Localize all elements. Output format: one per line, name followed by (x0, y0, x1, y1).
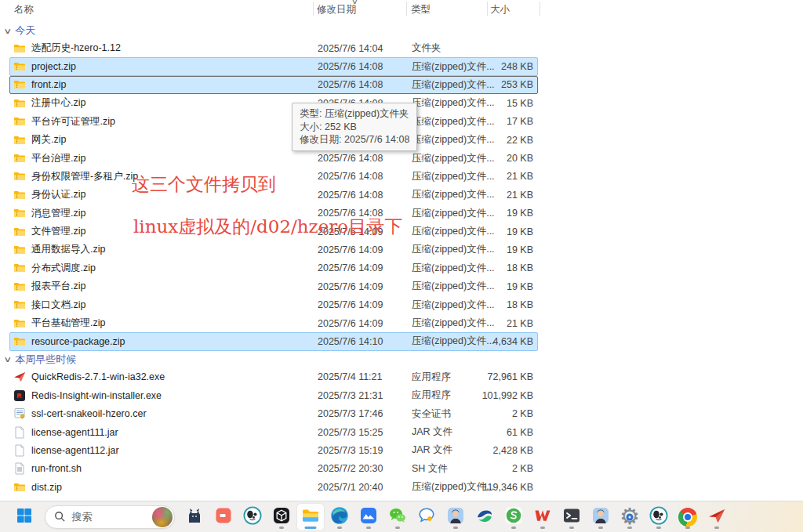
file-name-cell: 报表平台.zip (13, 278, 85, 295)
file-row[interactable]: license-agent111.jar2025/7/3 15:25JAR 文件… (9, 423, 538, 441)
taskbar-button-cat[interactable] (181, 504, 208, 530)
file-name: dist.zip (31, 482, 62, 493)
file-row[interactable]: QuickRedis-2.7.1-win-ia32.exe2025/7/4 11… (9, 368, 538, 386)
taskbar-button-avatar[interactable] (587, 504, 614, 530)
taskbar-button-terminal[interactable] (558, 504, 585, 530)
file-size: 15 KB (507, 95, 533, 111)
file-size: 72,961 KB (488, 369, 533, 385)
taskbar-button-gear[interactable]: ⚙ (616, 504, 643, 530)
zip-icon (13, 335, 26, 348)
file-row[interactable]: ssl-cert-snakeoil-hzero.cer2025/7/3 17:4… (9, 404, 538, 422)
file-row[interactable]: 通用数据导入.zip2025/7/6 14:09压缩(zipped)文件...1… (9, 241, 538, 259)
file-list: 名称 修改日期 类型 大小 ∨ ∨今天选配历史-hzero-1.122025/7… (0, 0, 803, 501)
taskbar-button-chrome[interactable] (674, 504, 701, 530)
sort-direction-icon: ∨ (351, 0, 358, 5)
file-row[interactable]: 平台基础管理.zip2025/7/6 14:09压缩(zipped)文件...2… (9, 314, 538, 332)
taskbar-button-notes[interactable] (210, 504, 237, 530)
file-date: 2025/7/6 14:09 (318, 260, 383, 277)
running-indicator (598, 527, 603, 529)
file-type: 应用程序 (412, 369, 451, 385)
file-row[interactable]: 分布式调度.zip2025/7/6 14:09压缩(zipped)文件...18… (9, 259, 538, 277)
file-date: 2025/7/6 14:08 (318, 168, 383, 185)
column-divider[interactable] (406, 2, 407, 16)
file-group: ∨今天选配历史-hzero-1.122025/7/6 14:04文件夹proje… (0, 22, 803, 351)
file-size: 19 KB (507, 205, 533, 222)
file-row[interactable]: 选配历史-hzero-1.122025/7/6 14:04文件夹 (9, 39, 538, 57)
file-date: 2025/7/6 14:09 (318, 278, 383, 295)
taskbar-button-edge[interactable] (326, 504, 353, 530)
zip-icon (13, 280, 26, 293)
taskbar-button-swoosh[interactable] (471, 504, 498, 530)
file-row[interactable]: Redis-Insight-win-installer.exe2025/7/3 … (9, 386, 538, 404)
explorer-icon (301, 506, 320, 528)
search-input[interactable]: 搜索 (45, 505, 175, 529)
taskbar-button-wecom[interactable] (413, 504, 440, 530)
file-date: 2025/7/3 17:46 (318, 405, 383, 422)
app-redis-icon (13, 389, 26, 402)
tooltip-size-line: 大小: 252 KB (300, 121, 409, 134)
taskbar-button-explorer[interactable] (297, 504, 324, 530)
tooltip-type-line: 类型: 压缩(zipped)文件夹 (300, 107, 409, 121)
file-row[interactable]: 网关.zip2025/7/6 14:08压缩(zipped)文件...22 KB (9, 131, 538, 149)
group-header[interactable]: ∨今天 (5, 22, 803, 39)
file-name-cell: front.zip (13, 77, 66, 93)
taskbar-button-avatar[interactable] (442, 504, 469, 530)
file-name: resource-package.zip (31, 336, 125, 347)
file-name-cell: run-front.sh (13, 461, 82, 477)
taskbar-button-plane[interactable] (703, 504, 730, 530)
file-group: ∨本周早些时候QuickRedis-2.7.1-win-ia32.exe2025… (0, 351, 803, 497)
taskbar-button-cube[interactable] (268, 504, 295, 530)
group-collapse-chevron-icon[interactable]: ∨ (3, 355, 12, 364)
running-indicator (366, 527, 371, 529)
file-size: 18 KB (507, 296, 533, 313)
file-size: 18 KB (507, 260, 533, 277)
file-size: 22 KB (507, 132, 533, 148)
file-type: 压缩(zipped)文件... (412, 241, 495, 258)
file-row[interactable]: run-front.sh2025/7/2 20:30SH 文件2 KB (9, 460, 538, 478)
taskbar-button-sogou[interactable] (500, 504, 527, 530)
file-row[interactable]: 接口文档.zip2025/7/6 14:09压缩(zipped)文件...18 … (9, 295, 538, 313)
zip-icon (13, 207, 26, 219)
file-name: 网关.zip (31, 133, 66, 147)
file-row[interactable]: front.zip2025/7/6 14:08压缩(zipped)文件...25… (9, 76, 538, 94)
file-row[interactable]: project.zip2025/7/6 14:08压缩(zipped)文件...… (9, 57, 538, 75)
column-header-row: 名称 修改日期 类型 大小 ∨ (0, 0, 803, 18)
file-row[interactable]: license-agent112.jar2025/7/3 15:19JAR 文件… (9, 441, 538, 459)
group-header[interactable]: ∨本周早些时候 (5, 351, 803, 368)
taskbar-button-wechat[interactable] (384, 504, 411, 530)
file-row[interactable]: resource-package.zip2025/7/6 14:10压缩(zip… (9, 332, 538, 350)
file-type: JAR 文件 (412, 442, 452, 458)
file-row[interactable]: 平台许可证管理.zip2025/7/6 14:08压缩(zipped)文件...… (9, 113, 538, 131)
taskbar-button-music-dog[interactable] (239, 504, 266, 530)
taskbar-button-music-dog[interactable] (645, 504, 672, 530)
swoosh-icon (475, 506, 494, 528)
file-name: 平台许可证管理.zip (31, 115, 115, 128)
zip-icon (13, 97, 26, 110)
notes-icon (214, 506, 233, 528)
column-header-date[interactable]: 修改日期 (317, 3, 356, 16)
plane-icon (707, 506, 726, 528)
file-row[interactable]: 平台治理.zip2025/7/6 14:08压缩(zipped)文件...20 … (9, 149, 538, 167)
group-collapse-chevron-icon[interactable]: ∨ (3, 27, 12, 35)
column-header-type[interactable]: 类型 (411, 3, 431, 16)
file-row[interactable]: 注册中心.zip2025/7/6 14:08压缩(zipped)文件...15 … (9, 94, 538, 112)
column-divider[interactable] (540, 2, 540, 16)
group-label: 本周早些时候 (15, 353, 76, 367)
zip-icon (13, 189, 26, 201)
taskbar-button-wps[interactable] (529, 504, 556, 530)
edge-icon (330, 506, 349, 528)
file-size: 20 KB (507, 150, 533, 166)
search-highlight-image[interactable] (152, 507, 173, 527)
column-divider[interactable] (487, 2, 488, 16)
start-button[interactable] (11, 504, 38, 530)
taskbar-button-mountain[interactable] (355, 504, 382, 530)
column-divider[interactable] (313, 2, 314, 16)
column-header-name[interactable]: 名称 (14, 3, 34, 16)
file-row[interactable]: dist.zip2025/7/1 20:40压缩(zipped)文件...119… (9, 478, 538, 496)
column-header-size[interactable]: 大小 (490, 3, 510, 16)
file-row[interactable]: 报表平台.zip2025/7/6 14:09压缩(zipped)文件...19 … (9, 277, 538, 295)
file-name: 文件管理.zip (31, 225, 85, 238)
zip-icon (13, 262, 26, 274)
running-indicator (714, 527, 719, 529)
running-indicator (337, 527, 342, 529)
